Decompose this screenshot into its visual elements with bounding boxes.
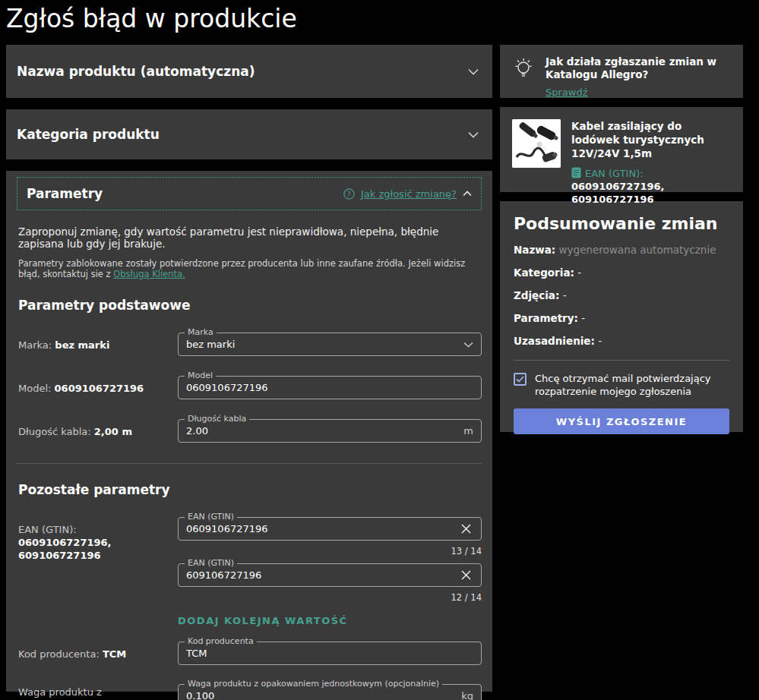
email-confirmation-checkbox[interactable]: Chcę otrzymać mail potwierdzający rozpat… [514, 372, 729, 398]
ean-field-2-group: EAN (GTIN) 12 / 14 [178, 563, 482, 603]
chevron-down-icon[interactable] [468, 131, 479, 138]
summary-parameters-value: - [581, 312, 585, 324]
layout: Nazwa produktu (automatyczna) Kategoria … [6, 45, 759, 692]
form-row-producer-code: Kod producenta: TCM Kod producenta [17, 642, 482, 665]
section-divider [17, 463, 482, 464]
ean-current-value: EAN (GTIN): 0609106727196, 609106727196 [17, 517, 178, 562]
producer-code-label: Kod producenta: [18, 648, 100, 660]
weight-input[interactable] [186, 690, 455, 700]
weight-label: Waga produktu z opakowaniem jednostkowym… [18, 686, 165, 700]
check-link[interactable]: Sprawdź [546, 87, 588, 98]
email-confirmation-label: Chcę otrzymać mail potwierdzający rozpat… [535, 372, 729, 398]
select-chevron-down-icon[interactable] [463, 342, 473, 348]
producer-code-current-value: Kod producenta: TCM [17, 642, 178, 661]
ean-input-1[interactable] [186, 523, 452, 534]
brand-field-label: Marka [185, 327, 217, 338]
accordion-category[interactable]: Kategoria produktu [6, 109, 492, 159]
accordion-product-name[interactable]: Nazwa produktu (automatyczna) [6, 45, 492, 98]
report-product-error-page: Zgłoś błąd w produkcie Nazwa produktu (a… [0, 0, 759, 700]
summary-justification-value: - [598, 335, 602, 347]
ean-field-2-label: EAN (GTIN) [185, 558, 237, 569]
chevron-down-icon[interactable] [468, 68, 479, 75]
brand-select-value: bez marki [186, 339, 463, 350]
summary-item-name: Nazwa: wygenerowana automatycznie [514, 244, 729, 256]
product-thumbnail [512, 119, 561, 168]
question-circle-icon[interactable]: ? [343, 188, 355, 200]
summary-divider [514, 360, 729, 361]
ean-field-1: EAN (GTIN) [178, 517, 482, 541]
cable-length-field-label: Długość kabla [185, 414, 249, 424]
brand-label: Marka: [18, 339, 52, 351]
help-question: Jak działa zgłaszanie zmian w Katalogu A… [546, 55, 731, 81]
brand-current: bez marki [55, 339, 109, 351]
parameters-header[interactable]: Parametry ? Jak zgłosić zmianę? [17, 177, 482, 210]
ean-field-2: EAN (GTIN) [178, 563, 482, 587]
summary-parameters-label: Parametry: [514, 312, 578, 324]
parameters-title: Parametry [27, 186, 103, 201]
page-title: Zgłoś błąd w produkcie [0, 0, 759, 35]
cable-length-current-value: Długość kabla: 2,00 m [17, 419, 178, 438]
ean-current: 0609106727196, 609106727196 [18, 537, 112, 561]
summary-name-value: wygenerowana automatycznie [559, 244, 716, 256]
producer-code-field: Kod producenta [178, 642, 482, 665]
weight-unit: kg [461, 690, 473, 700]
chevron-up-icon[interactable] [463, 191, 472, 197]
ean-1-char-counter: 13 / 14 [178, 546, 482, 557]
model-label: Model: [18, 383, 51, 394]
summary-item-justification: Uzasadnienie: - [514, 335, 729, 347]
form-row-cable-length: Długość kabla: 2,00 m Długość kabla m [17, 419, 482, 443]
submit-report-button[interactable]: WYŚLIJ ZGŁOSZENIE [514, 408, 729, 434]
main-column: Nazwa produktu (automatyczna) Kategoria … [6, 45, 492, 692]
form-row-weight: Waga produktu z opakowaniem jednostkowym… [17, 684, 482, 700]
ean-label: EAN (GTIN): [18, 524, 77, 535]
add-another-value-button[interactable]: DODAJ KOLEJNĄ WARTOŚĆ [178, 615, 348, 626]
cable-length-unit: m [463, 425, 473, 437]
parameters-header-actions: ? Jak zgłosić zmianę? [343, 188, 472, 200]
weight-field-label: Waga produktu z opakowaniem jednostkowym… [185, 679, 442, 689]
locked-note-text: Parametry zablokowane zostały potwierdzo… [18, 258, 465, 279]
product-ean-values: 0609106727196, 609106727196 [571, 181, 665, 205]
how-to-report-change-link[interactable]: Jak zgłosić zmianę? [361, 188, 457, 200]
sidebar: Jak działa zgłaszanie zmian w Katalogu A… [500, 45, 743, 692]
cable-length-label: Długość kabla: [18, 426, 91, 437]
product-title: Kabel zasilający do lodówek turystycznyc… [571, 119, 731, 160]
summary-item-parameters: Parametry: - [514, 312, 729, 324]
clear-icon[interactable] [458, 568, 473, 583]
checked-checkbox-box[interactable] [514, 373, 527, 386]
customer-service-link[interactable]: Obsługą Klienta. [113, 269, 185, 279]
model-field-label: Model [185, 370, 216, 381]
other-parameters-heading: Pozostałe parametry [18, 482, 482, 497]
parameters-panel: Parametry ? Jak zgłosić zmianę? Zapropon… [6, 171, 492, 692]
accordion-product-name-title: Nazwa produktu (automatyczna) [17, 64, 255, 79]
parameters-intro: Zaproponuj zmianę, gdy wartość parametru… [18, 225, 482, 250]
product-card: Kabel zasilający do lodówek turystycznyc… [500, 107, 743, 192]
summary-photos-value: - [563, 289, 567, 301]
summary-title: Podsumowanie zmian [514, 214, 729, 233]
basic-parameters-heading: Parametry podstawowe [18, 298, 482, 313]
weight-current-value: Waga produktu z opakowaniem jednostkowym… [17, 684, 178, 700]
model-current: 0609106727196 [55, 383, 144, 394]
model-field: Model [178, 376, 482, 399]
summary-name-label: Nazwa: [514, 244, 555, 256]
help-panel: Jak działa zgłaszanie zmian w Katalogu A… [500, 45, 743, 98]
ean-field-1-group: EAN (GTIN) 13 / 14 [178, 517, 482, 557]
summary-category-label: Kategoria: [514, 266, 574, 279]
clear-icon[interactable] [458, 522, 473, 537]
summary-photos-label: Zdjęcia: [514, 289, 559, 301]
summary-item-category: Kategoria: - [514, 266, 729, 279]
product-info: Kabel zasilający do lodówek turystycznyc… [571, 119, 731, 180]
producer-code-input[interactable] [186, 648, 473, 659]
cable-length-input[interactable] [186, 425, 457, 437]
brand-select[interactable]: Marka bez marki [178, 333, 482, 356]
model-current-value: Model: 0609106727196 [17, 376, 178, 395]
lightbulb-icon [512, 55, 535, 87]
model-input[interactable] [186, 382, 473, 393]
locked-parameters-note: Parametry zablokowane zostały potwierdzo… [18, 258, 482, 279]
producer-code-field-label: Kod producenta [185, 636, 257, 647]
ean-field-1-label: EAN (GTIN) [185, 512, 237, 522]
ean-input-2[interactable] [186, 569, 452, 581]
summary-item-photos: Zdjęcia: - [514, 289, 729, 301]
product-ean-label: EAN (GTIN): [585, 168, 644, 179]
summary-category-value: - [577, 266, 581, 279]
weight-field: Waga produktu z opakowaniem jednostkowym… [178, 684, 482, 700]
